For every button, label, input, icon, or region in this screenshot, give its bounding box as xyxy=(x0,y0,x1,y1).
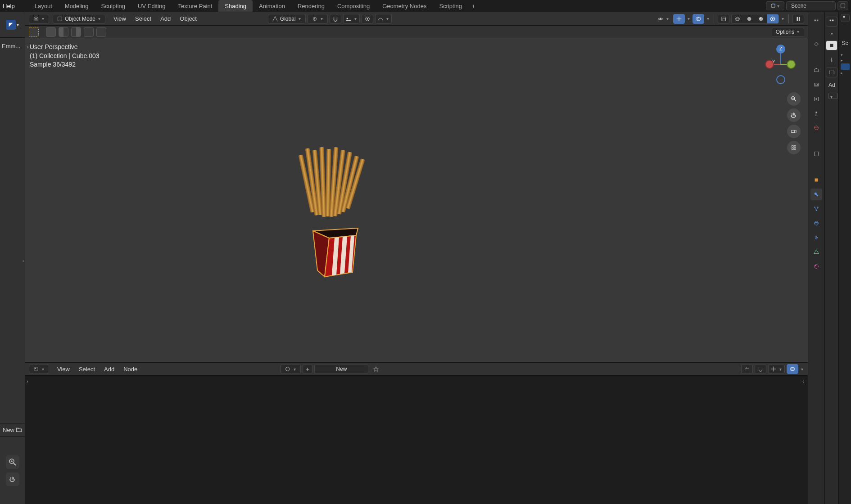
zoom-icon[interactable] xyxy=(6,455,19,469)
outliner-selected-row[interactable] xyxy=(841,63,850,70)
snap-nodes-icon[interactable] xyxy=(755,364,766,374)
object-menu[interactable]: Object xyxy=(175,15,201,22)
orientation-selector[interactable]: Global ▾ xyxy=(268,14,306,24)
select-mode-4[interactable] xyxy=(84,27,94,37)
help-menu[interactable]: Help xyxy=(3,3,15,9)
shader-node-menu[interactable]: Node xyxy=(119,366,142,373)
workspace-tab-compositing[interactable]: Compositing xyxy=(331,0,376,12)
navigation-gizmo[interactable]: Z Y xyxy=(765,45,797,85)
view-menu[interactable]: View xyxy=(109,15,131,22)
toolbar-toggle-icon[interactable]: › xyxy=(27,44,29,50)
modifier-tab-icon[interactable] xyxy=(810,189,822,200)
download-icon[interactable]: ⭳ xyxy=(829,57,834,63)
gizmo-z-axis[interactable]: Z xyxy=(776,45,785,54)
editor-type-button[interactable]: ▾ xyxy=(29,14,49,24)
zoom-viewport-icon[interactable] xyxy=(787,92,801,106)
shader-editor-canvas[interactable]: › ‹ xyxy=(25,376,808,504)
world-tab-icon[interactable] xyxy=(810,122,822,134)
uv-sync-button[interactable] xyxy=(6,20,16,30)
add-workspace-button[interactable]: + xyxy=(468,3,479,9)
shader-toolbar-toggle[interactable]: › xyxy=(27,378,28,384)
render-pause-button[interactable] xyxy=(792,14,804,24)
scene-tab-icon[interactable] xyxy=(810,108,822,119)
shading-wireframe[interactable] xyxy=(732,14,743,23)
snap-menu[interactable]: ▾ xyxy=(343,14,360,24)
select-mode-2[interactable] xyxy=(59,27,68,37)
shading-rendered[interactable] xyxy=(767,14,779,23)
pan-icon[interactable] xyxy=(6,472,19,486)
workspace-tab-shading[interactable]: Shading xyxy=(218,0,253,12)
workspace-tab-layout[interactable]: Layout xyxy=(28,0,59,12)
mesh-tab-icon[interactable] xyxy=(810,246,822,258)
select-mode-5[interactable] xyxy=(96,27,106,37)
camera-view-icon[interactable] xyxy=(787,125,801,138)
tool-tab-icon[interactable] xyxy=(810,38,822,50)
output-tab-icon[interactable] xyxy=(810,79,822,90)
pan-viewport-icon[interactable] xyxy=(787,108,801,122)
pin-properties-icon[interactable] xyxy=(826,40,837,50)
physics-tab-icon[interactable] xyxy=(810,217,822,229)
scene-pin-button[interactable] xyxy=(837,1,848,10)
perspective-toggle-icon[interactable] xyxy=(787,141,801,154)
shading-chevron-icon[interactable]: ▾ xyxy=(781,16,785,21)
shader-type-selector[interactable]: ▾ xyxy=(281,364,301,374)
tree-expand-icon[interactable]: ▸ xyxy=(841,58,850,63)
add-menu[interactable]: Add xyxy=(156,15,175,22)
gizmo-x-axis[interactable] xyxy=(765,60,774,69)
open-image-icon[interactable] xyxy=(16,427,22,433)
shader-add-menu[interactable]: Add xyxy=(100,366,119,373)
xray-toggle[interactable] xyxy=(718,14,729,24)
select-box-1[interactable] xyxy=(29,27,39,37)
scene-name-input[interactable]: Scene xyxy=(786,1,836,10)
shader-select-menu[interactable]: Select xyxy=(74,366,100,373)
overlay-chevron-icon[interactable]: ▾ xyxy=(706,16,710,21)
snap-nodes-menu[interactable]: ▾ xyxy=(768,364,785,374)
new-material-button[interactable]: New xyxy=(314,364,368,374)
particle-tab-icon[interactable] xyxy=(810,203,822,215)
workspace-tab-sculpting[interactable]: Sculpting xyxy=(95,0,131,12)
select-mode-3[interactable] xyxy=(71,27,81,37)
material-tab-icon[interactable] xyxy=(810,261,822,272)
image-name-label[interactable]: Emm... xyxy=(0,38,25,54)
pivot-selector[interactable]: ▾ xyxy=(308,14,328,24)
editor-type-properties[interactable] xyxy=(810,16,822,27)
workspace-tab-rendering[interactable]: Rendering xyxy=(291,0,331,12)
overlay-nodes-toggle[interactable] xyxy=(787,364,798,374)
proportional-edit-toggle[interactable] xyxy=(362,14,373,24)
workspace-tab-texture-paint[interactable]: Texture Paint xyxy=(172,0,218,12)
shading-solid[interactable] xyxy=(743,14,755,23)
mode-selector[interactable]: Object Mode ▾ xyxy=(53,14,105,24)
viewlayer-tab-icon[interactable] xyxy=(810,93,822,105)
viewport-3d[interactable]: › User Perspective (1) Collection | Cube… xyxy=(25,38,808,362)
scene-browse-button[interactable]: ▾ xyxy=(766,1,784,10)
gizmo-toggle[interactable] xyxy=(673,14,685,24)
constraint-tab-icon[interactable] xyxy=(810,232,822,243)
image-new-label[interactable]: New xyxy=(3,427,14,433)
object-tab-icon[interactable] xyxy=(810,174,822,186)
shader-view-menu[interactable]: View xyxy=(53,366,74,373)
pin-material-icon[interactable] xyxy=(370,364,382,374)
workspace-tab-animation[interactable]: Animation xyxy=(253,0,291,12)
workspace-tab-modeling[interactable]: Modeling xyxy=(59,0,95,12)
shader-sidebar-toggle[interactable]: ‹ xyxy=(802,378,804,384)
overlay-nodes-chevron-icon[interactable]: ▾ xyxy=(800,367,804,372)
parent-node-tree-icon[interactable] xyxy=(741,364,753,374)
shader-editor-type-button[interactable]: ▾ xyxy=(29,364,49,374)
snap-toggle[interactable] xyxy=(330,14,341,24)
overlay-toggle[interactable] xyxy=(693,14,704,24)
tree-expand-icon-2[interactable]: ▸ xyxy=(841,71,850,75)
workspace-tab-geometry-nodes[interactable]: Geometry Nodes xyxy=(376,0,433,12)
proportional-falloff-menu[interactable]: ▾ xyxy=(375,14,392,24)
search-properties-icon[interactable] xyxy=(826,17,837,27)
options-button[interactable]: Options ▾ xyxy=(772,27,804,37)
chevron-box[interactable]: ▾ xyxy=(828,93,837,99)
outliner-tree[interactable]: ▾ ▸ ▸ xyxy=(841,51,850,75)
tree-collapse-icon[interactable]: ▾ xyxy=(841,53,850,57)
select-mode-1[interactable] xyxy=(46,27,56,37)
select-menu[interactable]: Select xyxy=(131,15,156,22)
gizmo-y-axis[interactable] xyxy=(787,60,796,69)
gizmo-neg-z-axis[interactable] xyxy=(776,75,785,84)
add-material-button[interactable]: + xyxy=(303,364,312,374)
left-sidebar-toggle[interactable]: ‹ xyxy=(23,258,24,263)
display-icon[interactable] xyxy=(826,68,837,77)
